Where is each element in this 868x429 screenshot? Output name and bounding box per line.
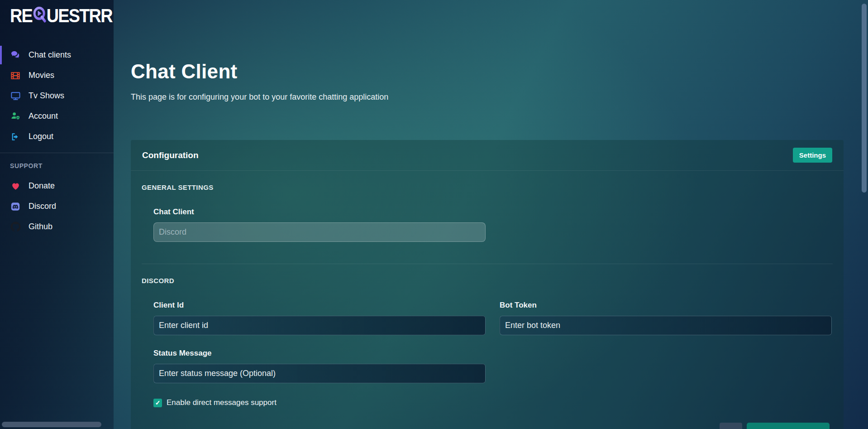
save-changes-button-partial[interactable] <box>747 423 830 429</box>
film-icon <box>10 70 21 81</box>
general-settings-header: GENERAL SETTINGS <box>142 183 833 191</box>
sidebar-item-label: Tv Shows <box>29 91 64 101</box>
app-logo[interactable]: RE UESTRR <box>10 5 112 26</box>
sidebar-item-label: Github <box>29 222 52 231</box>
discord-form: Client Id Bot Token Status Message ✓ Ena… <box>153 284 833 407</box>
sidebar-item-logout[interactable]: Logout <box>0 126 114 147</box>
sidebar-item-donate[interactable]: Donate <box>0 176 114 196</box>
github-icon <box>10 222 21 232</box>
page-vertical-scrollbar[interactable] <box>862 4 867 193</box>
sidebar-divider <box>0 153 114 153</box>
dm-support-checkbox[interactable]: ✓ <box>153 399 162 407</box>
sidebar-item-account[interactable]: Account <box>0 106 114 126</box>
settings-button[interactable]: Settings <box>793 148 832 163</box>
sidebar-item-label: Account <box>29 111 58 121</box>
sidebar-item-label: Movies <box>29 71 54 80</box>
chat-client-label: Chat Client <box>153 207 194 216</box>
sidebar-item-label: Chat clients <box>29 50 71 60</box>
general-settings-form: Chat Client <box>153 207 833 242</box>
status-message-label: Status Message <box>153 349 212 357</box>
logout-icon <box>10 131 21 142</box>
sidebar: RE UESTRR Chat clie <box>0 0 114 429</box>
sidebar-item-movies[interactable]: Movies <box>0 65 114 86</box>
logo-q-icon <box>32 5 47 26</box>
support-section-header: SUPPORT <box>10 162 114 169</box>
dm-support-label: Enable direct messages support <box>167 398 277 407</box>
section-divider <box>142 264 833 264</box>
page-subtitle: This page is for configuring your bot to… <box>131 92 388 102</box>
test-settings-button-partial[interactable] <box>720 423 742 429</box>
page-title: Chat Client <box>131 60 238 83</box>
monitor-icon <box>10 91 21 101</box>
discord-section-header: DISCORD <box>142 277 833 284</box>
sidebar-horizontal-scrollbar[interactable] <box>2 422 101 427</box>
sidebar-item-github[interactable]: Github <box>0 217 114 237</box>
chat-client-field-group: Chat Client <box>153 207 833 242</box>
logo-text-post: UESTRR <box>47 6 112 24</box>
discord-icon <box>10 201 21 212</box>
configuration-card-body: GENERAL SETTINGS Chat Client DISCORD Cli… <box>131 171 844 407</box>
bot-token-label: Bot Token <box>500 301 537 309</box>
configuration-card: Configuration Settings GENERAL SETTINGS … <box>131 140 844 429</box>
dm-support-row: ✓ Enable direct messages support <box>153 398 833 407</box>
sidebar-item-chat-clients[interactable]: Chat clients <box>0 45 114 65</box>
configuration-card-header: Configuration Settings <box>131 140 844 171</box>
sidebar-item-label: Donate <box>29 181 55 191</box>
bot-token-field-group: Bot Token <box>500 301 832 335</box>
status-message-field-group: Status Message <box>153 349 833 383</box>
chat-bubbles-icon <box>10 50 21 61</box>
client-id-field-group: Client Id <box>153 301 486 335</box>
user-shield-icon <box>10 111 21 122</box>
sidebar-support-nav: Donate Discord <box>0 176 114 237</box>
bot-token-input[interactable] <box>500 316 832 335</box>
status-message-input[interactable] <box>153 364 486 383</box>
sidebar-item-label: Discord <box>29 202 56 211</box>
heart-icon <box>10 181 21 192</box>
client-id-label: Client Id <box>153 301 184 309</box>
chat-client-select[interactable] <box>153 222 486 242</box>
sidebar-item-tv-shows[interactable]: Tv Shows <box>0 86 114 106</box>
configuration-title: Configuration <box>142 150 199 160</box>
sidebar-item-discord[interactable]: Discord <box>0 196 114 217</box>
sidebar-nav: Chat clients Movies Tv Shows <box>0 45 114 237</box>
client-id-input[interactable] <box>153 316 486 335</box>
logo-text-pre: RE <box>10 6 32 24</box>
sidebar-item-label: Logout <box>29 132 53 141</box>
